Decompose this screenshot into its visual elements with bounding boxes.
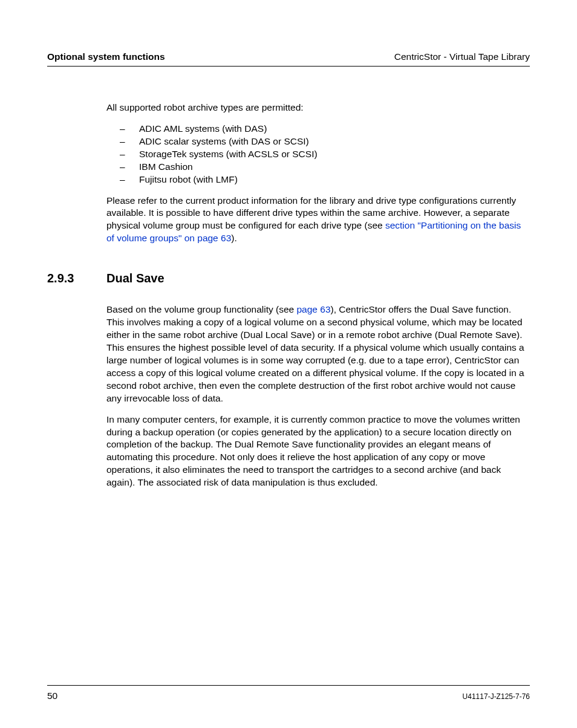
robot-types-list: ADIC AML systems (with DAS) ADIC scalar … (120, 123, 530, 186)
list-item: ADIC scalar systems (with DAS or SCSI) (120, 135, 530, 148)
page-content: All supported robot archive types are pe… (47, 102, 530, 489)
paragraph-text: ). (231, 233, 236, 243)
section-number: 2.9.3 (47, 271, 106, 285)
dual-save-paragraph-1: Based on the volume group functionality … (106, 304, 530, 405)
header-doc-title: CentricStor - Virtual Tape Library (394, 51, 530, 62)
product-info-paragraph: Please refer to the current product info… (106, 195, 530, 245)
list-item: ADIC AML systems (with DAS) (120, 123, 530, 135)
paragraph-text: Based on the volume group functionality … (106, 304, 297, 314)
document-id: U41117-J-Z125-7-76 (463, 692, 530, 701)
list-item: Fujitsu robot (with LMF) (120, 174, 530, 186)
list-item: StorageTek systems (with ACSLS or SCSI) (120, 148, 530, 161)
list-item: IBM Cashion (120, 161, 530, 174)
paragraph-text: ), CentricStor offers the Dual Save func… (106, 304, 524, 403)
section-title: Dual Save (106, 271, 165, 285)
page-link[interactable]: page 63 (297, 304, 331, 314)
page-footer: 50 U41117-J-Z125-7-76 (47, 685, 530, 701)
dual-save-paragraph-2: In many computer centers, for example, i… (106, 414, 530, 490)
intro-paragraph: All supported robot archive types are pe… (106, 102, 530, 114)
section-heading: 2.9.3 Dual Save (47, 271, 530, 285)
header-section-title: Optional system functions (47, 51, 165, 62)
page-header: Optional system functions CentricStor - … (47, 51, 530, 67)
page-number: 50 (47, 691, 57, 701)
